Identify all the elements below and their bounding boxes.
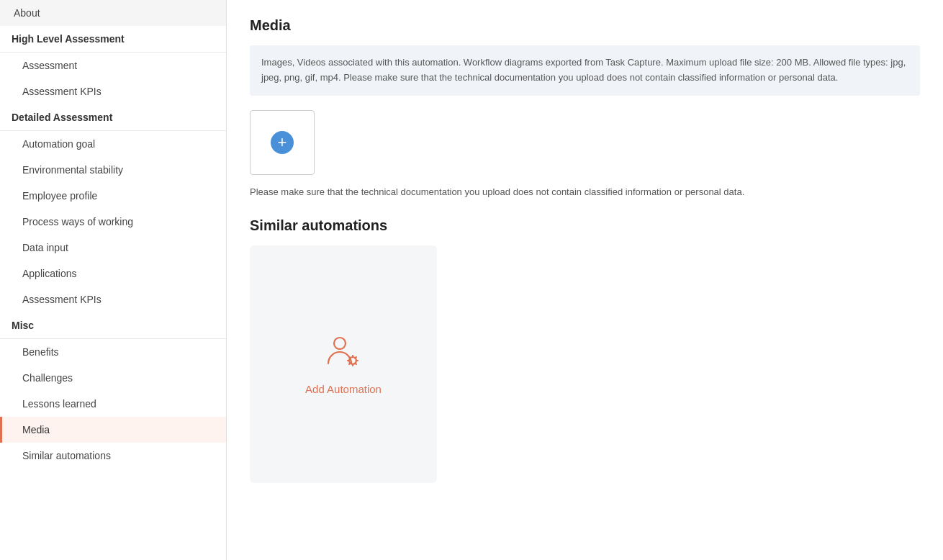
media-title: Media [250,17,920,34]
sidebar-item-assessment-kpis-2[interactable]: Assessment KPIs [0,286,226,312]
sidebar-item-similar-automations[interactable]: Similar automations [0,443,226,469]
sidebar-item-data-input[interactable]: Data input [0,235,226,261]
add-automation-card[interactable]: Add Automation [250,245,437,483]
sidebar-item-environmental-stability[interactable]: Environmental stability [0,157,226,183]
sidebar-header-detailed-assessment: Detailed Assessment [0,104,226,130]
main-content: Media Images, Videos associated with thi… [227,0,943,560]
disclaimer-text: Please make sure that the technical docu… [250,186,920,197]
svg-line-6 [349,357,351,358]
similar-automations-title: Similar automations [250,217,920,234]
sidebar-header-misc: Misc [0,312,226,338]
svg-line-9 [355,357,356,358]
sidebar-item-about[interactable]: About [0,0,226,26]
sidebar-header-high-level-assessment: High Level Assessment [0,26,226,52]
info-box: Images, Videos associated with this auto… [250,45,920,96]
svg-line-8 [349,363,351,364]
sidebar-item-challenges[interactable]: Challenges [0,365,226,391]
add-automation-icon [324,333,363,374]
sidebar-item-applications[interactable]: Applications [0,261,226,286]
sidebar-item-assessment-kpis-1[interactable]: Assessment KPIs [0,78,226,104]
add-automation-label: Add Automation [305,383,382,395]
sidebar-item-lessons-learned[interactable]: Lessons learned [0,391,226,417]
upload-plus-icon: + [271,131,294,154]
sidebar-item-benefits[interactable]: Benefits [0,339,226,365]
sidebar: AboutHigh Level AssessmentAssessmentAsse… [0,0,227,560]
sidebar-item-assessment[interactable]: Assessment [0,53,226,78]
sidebar-item-media[interactable]: Media [0,417,226,443]
svg-point-0 [334,338,346,349]
sidebar-item-process-ways-of-working[interactable]: Process ways of working [0,209,226,235]
upload-area[interactable]: + [250,110,315,175]
sidebar-item-automation-goal[interactable]: Automation goal [0,131,226,157]
sidebar-item-employee-profile[interactable]: Employee profile [0,183,226,209]
svg-line-7 [355,363,356,364]
